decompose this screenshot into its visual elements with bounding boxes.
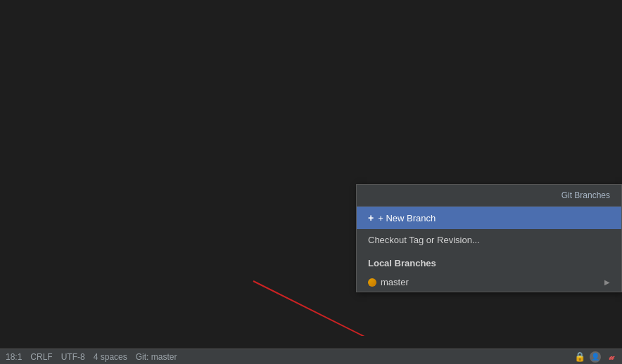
new-branch-item[interactable]: + + New Branch bbox=[357, 207, 621, 229]
git-status-label: Git: master bbox=[136, 352, 177, 362]
git-branches-title: Git Branches bbox=[561, 190, 610, 200]
editor-area: Git Branches + + New Branch Checkout Tag… bbox=[0, 0, 622, 336]
u-badge-icon[interactable]: 𝓊 bbox=[605, 351, 616, 363]
local-branches-label: Local Branches bbox=[368, 258, 436, 268]
indent: 4 spaces bbox=[94, 352, 127, 362]
local-branches-header: Local Branches bbox=[357, 251, 621, 273]
branch-name-row: master bbox=[368, 277, 600, 287]
status-icons: 🔒 👤 𝓊 bbox=[574, 351, 616, 363]
branch-arrow-icon: ▶ bbox=[604, 278, 610, 286]
checkout-label: Checkout Tag or Revision... bbox=[368, 235, 480, 245]
new-branch-label: + New Branch bbox=[378, 213, 436, 223]
encoding: UTF-8 bbox=[61, 352, 85, 362]
cursor-position: 18:1 bbox=[6, 352, 22, 362]
status-bar: 18:1 CRLF UTF-8 4 spaces Git: master 🔒 👤… bbox=[0, 349, 622, 364]
plus-icon: + bbox=[368, 212, 374, 223]
branch-dot bbox=[368, 278, 376, 287]
menu-header: Git Branches bbox=[357, 185, 621, 207]
dropdown-menu: Git Branches + + New Branch Checkout Tag… bbox=[356, 184, 622, 292]
lock-icon[interactable]: 🔒 bbox=[574, 351, 585, 363]
line-ending: CRLF bbox=[30, 352, 52, 362]
checkout-tag-item[interactable]: Checkout Tag or Revision... bbox=[357, 229, 621, 251]
person-icon[interactable]: 👤 bbox=[590, 351, 601, 363]
git-status[interactable]: Git: master bbox=[136, 352, 177, 362]
master-branch-label: master bbox=[381, 277, 409, 287]
master-branch-item[interactable]: master ▶ bbox=[357, 273, 621, 292]
